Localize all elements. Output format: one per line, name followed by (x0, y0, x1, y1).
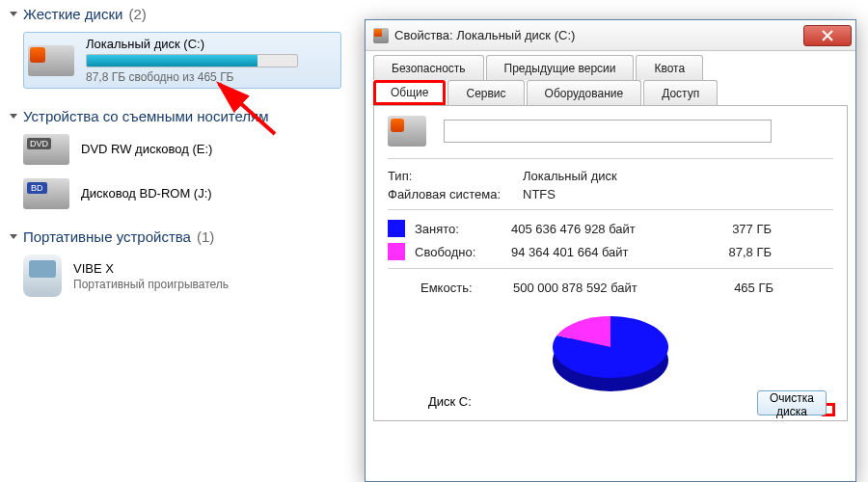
type-label: Тип: (388, 169, 523, 183)
disk-usage-pie-chart (538, 310, 683, 402)
capacity-gb: 465 ГБ (706, 281, 773, 295)
dialog-body: Безопасность Предыдущие версии Квота Общ… (366, 51, 855, 429)
close-icon (822, 30, 833, 41)
tab-row-bottom: Общие Сервис Оборудование Доступ (373, 80, 848, 105)
dialog-title: Свойства: Локальный диск (C:) (394, 28, 803, 42)
free-label: Свободно: (415, 245, 511, 259)
drive-c-title: Локальный диск (C:) (86, 37, 337, 51)
used-row: Занято: 405 636 476 928 байт 377 ГБ (388, 220, 833, 237)
dvd-item[interactable]: DVD RW дисковод (E:) (23, 134, 341, 165)
name-row (388, 116, 833, 147)
group-title: Портативные устройства (23, 228, 191, 245)
group-title: Жесткие диски (23, 6, 122, 22)
collapse-arrow-icon (10, 114, 17, 119)
used-swatch-icon (388, 220, 405, 237)
capacity-label: Емкость: (420, 281, 513, 295)
close-button[interactable] (803, 25, 852, 46)
drive-icon (388, 116, 426, 147)
portable-item[interactable]: VIBE X Портативный проигрыватель (23, 254, 341, 297)
cleanup-highlight: Очистка диска (822, 403, 835, 416)
tab-row-top: Безопасность Предыдущие версии Квота (373, 55, 848, 80)
fs-value: NTFS (523, 187, 833, 201)
free-gb: 87,8 ГБ (704, 245, 772, 259)
divider (388, 268, 833, 269)
bd-item[interactable]: Дисковод BD-ROM (J:) (23, 178, 341, 209)
portable-sub: Портативный проигрыватель (73, 278, 341, 291)
divider (388, 209, 833, 210)
group-count: (2) (128, 6, 146, 22)
drive-c-item[interactable]: Локальный диск (C:) 87,8 ГБ свободно из … (23, 32, 341, 89)
capacity-fill (87, 55, 258, 67)
tab-security[interactable]: Безопасность (373, 55, 484, 80)
general-tab-panel: Тип: Локальный диск Файловая система: NT… (373, 105, 848, 421)
volume-name-input[interactable] (444, 120, 772, 143)
portable-player-icon (23, 254, 62, 297)
free-swatch-icon (388, 243, 405, 260)
bd-icon (23, 178, 69, 209)
group-count: (1) (197, 228, 214, 245)
hdd-icon (28, 45, 74, 76)
type-value: Локальный диск (523, 169, 833, 183)
capacity-row: Емкость: 500 000 878 592 байт 465 ГБ (420, 281, 833, 295)
used-gb: 377 ГБ (704, 222, 772, 236)
dvd-icon (23, 134, 69, 165)
disk-cleanup-button[interactable]: Очистка диска (757, 390, 827, 415)
dvd-title: DVD RW дисковод (E:) (81, 142, 341, 156)
collapse-arrow-icon (10, 234, 17, 239)
tab-general[interactable]: Общие (373, 80, 446, 105)
bd-title: Дисковод BD-ROM (J:) (81, 186, 341, 201)
used-label: Занято: (415, 222, 511, 236)
used-bytes: 405 636 476 928 байт (511, 222, 704, 236)
tab-hardware[interactable]: Оборудование (527, 80, 642, 105)
properties-dialog: Свойства: Локальный диск (C:) Безопаснос… (365, 19, 856, 482)
fs-row: Файловая система: NTFS (388, 187, 833, 201)
portable-title: VIBE X (73, 261, 341, 276)
free-row: Свободно: 94 364 401 664 байт 87,8 ГБ (388, 243, 833, 260)
tab-quota[interactable]: Квота (636, 55, 703, 80)
pie-chart-zone: Диск C: Очистка диска (388, 303, 833, 409)
collapse-arrow-icon (10, 12, 17, 16)
divider (388, 158, 833, 159)
drive-small-icon (373, 28, 389, 43)
capacity-bar (86, 54, 298, 67)
capacity-bytes: 500 000 878 592 байт (513, 281, 706, 295)
tab-service[interactable]: Сервис (448, 80, 524, 105)
titlebar[interactable]: Свойства: Локальный диск (C:) (366, 20, 855, 51)
drive-c-sub: 87,8 ГБ свободно из 465 ГБ (86, 70, 337, 84)
tab-access[interactable]: Доступ (643, 80, 718, 105)
free-bytes: 94 364 401 664 байт (511, 245, 704, 259)
type-row: Тип: Локальный диск (388, 169, 833, 183)
drive-info: Локальный диск (C:) 87,8 ГБ свободно из … (86, 37, 337, 84)
group-title: Устройства со съемными носителям (23, 108, 269, 124)
disk-label: Диск C: (428, 394, 472, 409)
tab-previous-versions[interactable]: Предыдущие версии (486, 55, 635, 80)
fs-label: Файловая система: (388, 187, 523, 201)
